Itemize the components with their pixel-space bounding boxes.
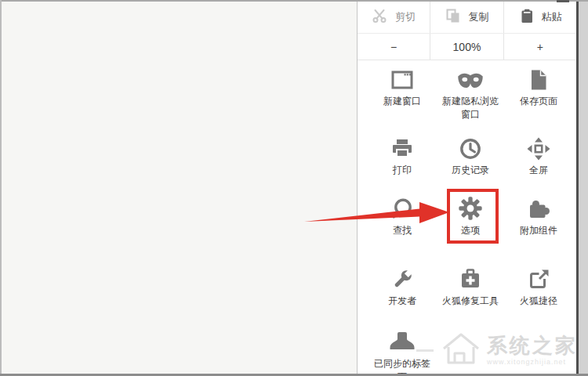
menu-item-options[interactable]: 选项 [437,193,504,237]
menu-item-label: 查找 [368,224,436,237]
menu-item-label: 火狐修复工具 [437,295,504,308]
edit-actions-row: 剪切 复制 粘贴 [358,2,576,34]
zoom-level-value: 100% [453,41,481,53]
menu-item-label: 全屏 [505,164,572,177]
menu-item-addons[interactable]: 附加组件 [505,193,572,237]
save-page-icon [505,64,572,92]
window-right-border [576,0,579,376]
menu-item-print[interactable]: 打印 [368,133,436,177]
zoom-out-label: − [390,41,397,53]
window-top-border [0,0,588,2]
menu-item-firefox-repair[interactable]: 火狐修复工具 [437,264,504,308]
menu-item-label: 历史记录 [437,164,504,177]
watermark-dash [416,349,434,352]
window-right-margin [579,0,588,376]
watermark-url: www.xitongzhijia.net [487,358,566,366]
zoom-in-label: + [537,41,543,53]
menu-item-save-page[interactable]: 保存页面 [505,64,572,108]
menu-item-label: 火狐捷径 [505,295,572,308]
copy-button[interactable]: 复制 [430,2,503,33]
history-clock-icon [437,133,504,161]
menu-item-new-window[interactable]: 新建窗口 [368,64,436,108]
watermark-text: 系统之家 www.xitongzhijia.net [487,334,578,366]
paste-button[interactable]: 粘贴 [503,2,576,33]
menu-item-new-private-window[interactable]: 新建隐私浏览窗口 [437,64,504,121]
printer-icon [368,133,436,161]
find-icon [368,193,436,222]
new-window-icon [368,64,436,92]
watermark: 系统之家 www.xitongzhijia.net [416,330,578,371]
menu-item-label: 保存页面 [505,95,572,108]
browser-page-area [2,2,357,374]
scissors-icon [372,8,387,27]
cut-button[interactable]: 剪切 [358,2,430,33]
menu-item-label: 开发者 [368,295,436,308]
cut-label: 剪切 [395,10,416,24]
menu-item-label: 附加组件 [505,224,572,237]
developer-wrench-icon [368,264,436,292]
menu-item-label: 打印 [368,164,436,177]
menu-item-firefox-shortcut[interactable]: 火狐捷径 [505,264,572,308]
watermark-house-icon [441,330,481,371]
menu-item-label: 新建隐私浏览窗口 [441,95,500,121]
copy-label: 复制 [468,10,488,24]
zoom-out-button[interactable]: − [358,34,430,60]
menu-item-history[interactable]: 历史记录 [437,133,504,177]
window-left-border [0,0,2,376]
firefox-menu-panel: 剪切 复制 粘贴 − [357,2,576,374]
options-gear-icon [437,193,504,222]
fullscreen-icon [505,133,572,161]
watermark-title: 系统之家 [487,334,578,356]
privacy-mask-icon [437,64,504,92]
clipboard-icon [518,8,534,27]
shortcut-icon [505,264,572,292]
paste-label: 粘贴 [542,10,562,24]
menu-item-label: 新建窗口 [368,95,436,108]
copy-icon [445,8,460,27]
zoom-controls-row: − 100% + [358,34,576,60]
menu-item-developer[interactable]: 开发者 [368,264,436,308]
menu-item-find[interactable]: 查找 [368,193,436,237]
addons-puzzle-icon [505,193,572,222]
menu-item-fullscreen[interactable]: 全屏 [505,133,572,177]
repair-toolbox-icon [437,264,504,292]
zoom-in-button[interactable]: + [503,34,576,60]
zoom-level-button[interactable]: 100% [430,34,503,60]
window-top-notch [557,0,569,2]
menu-item-label: 选项 [437,224,504,237]
